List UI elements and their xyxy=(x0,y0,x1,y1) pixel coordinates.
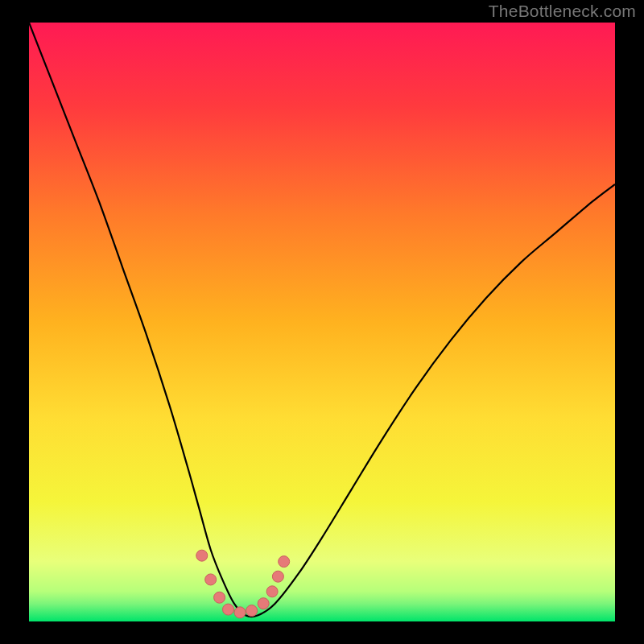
curve-dot xyxy=(223,604,234,615)
curve-dot xyxy=(258,598,269,609)
curve-dot xyxy=(272,571,283,582)
plot-area xyxy=(29,23,615,621)
chart-frame: TheBottleneck.com xyxy=(0,0,644,644)
curve-dot xyxy=(246,605,258,617)
curve-dot xyxy=(214,592,225,603)
curve-dot xyxy=(196,550,208,561)
curve-dot xyxy=(266,586,278,597)
curve-layer xyxy=(29,23,615,621)
curve-dot xyxy=(205,574,217,585)
bottleneck-curve xyxy=(29,23,615,617)
curve-dot xyxy=(279,556,290,568)
watermark-text: TheBottleneck.com xyxy=(489,2,636,21)
curve-dot xyxy=(234,607,246,618)
